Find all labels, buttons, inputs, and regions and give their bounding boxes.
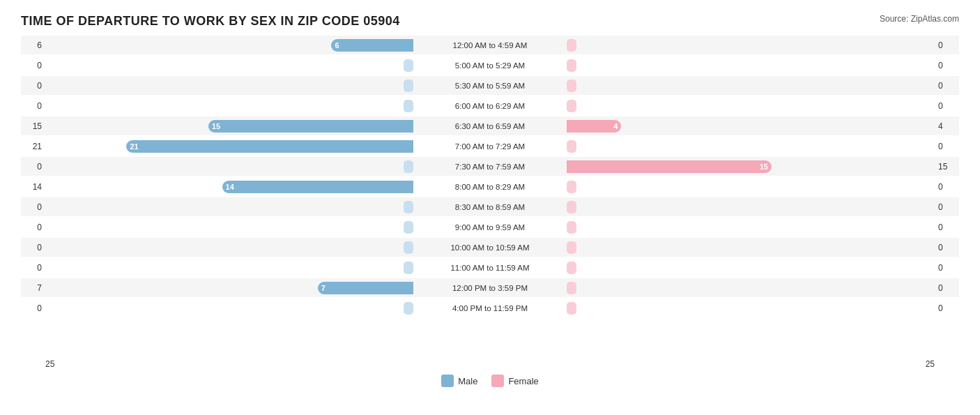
female-side xyxy=(567,280,935,296)
female-bar-zero xyxy=(567,302,576,315)
bars-wrapper: 10:00 AM to 10:59 AM xyxy=(45,240,935,255)
time-label: 7:00 AM to 7:29 AM xyxy=(413,142,567,151)
female-value-label: 0 xyxy=(935,243,959,252)
female-side xyxy=(567,179,935,195)
bar-value-text: 15 xyxy=(760,163,768,171)
male-side: 14 xyxy=(45,179,413,195)
bars-section: 10:00 AM to 10:59 AM xyxy=(45,238,935,257)
bar-value-text: 7 xyxy=(321,284,326,292)
chart-row: 04:00 PM to 11:59 PM0 xyxy=(21,299,959,317)
female-value-label: 4 xyxy=(935,121,959,131)
bars-wrapper: 11:00 AM to 11:59 AM xyxy=(45,260,935,276)
bars-wrapper: 712:00 PM to 3:59 PM xyxy=(45,280,935,296)
source-text: Source: ZipAtlas.com xyxy=(880,14,959,24)
male-value-label: 0 xyxy=(21,162,45,172)
time-label: 10:00 AM to 10:59 AM xyxy=(413,243,567,252)
female-side xyxy=(567,240,935,255)
male-bar: 15 xyxy=(208,120,413,133)
bars-wrapper: 612:00 AM to 4:59 AM xyxy=(45,38,935,53)
male-value-label: 0 xyxy=(21,61,45,70)
male-side: 21 xyxy=(45,139,413,154)
bar-value-text: 14 xyxy=(226,183,234,191)
female-bar-zero xyxy=(567,39,576,52)
male-value-label: 0 xyxy=(21,222,45,232)
female-side xyxy=(567,199,935,215)
male-swatch xyxy=(441,375,454,387)
legend-row: Male Female xyxy=(21,375,959,387)
female-value-label: 0 xyxy=(935,40,959,50)
bar-value-text: 4 xyxy=(613,122,618,130)
female-value-label: 0 xyxy=(935,182,959,192)
chart-title: TIME OF DEPARTURE TO WORK BY SEX IN ZIP … xyxy=(21,14,400,29)
male-bar-zero xyxy=(404,241,413,254)
male-value-label: 21 xyxy=(21,142,45,151)
male-side xyxy=(45,301,413,316)
male-value-label: 0 xyxy=(21,303,45,313)
female-bar-zero xyxy=(567,181,576,193)
female-side xyxy=(567,220,935,235)
bars-wrapper: 5:30 AM to 5:59 AM xyxy=(45,78,935,93)
bars-wrapper: 4:00 PM to 11:59 PM xyxy=(45,301,935,316)
male-value-label: 14 xyxy=(21,182,45,192)
bars-section: 5:30 AM to 5:59 AM xyxy=(45,76,935,95)
male-value-label: 7 xyxy=(21,283,45,293)
female-side xyxy=(567,301,935,316)
bars-section: 6:00 AM to 6:29 AM xyxy=(45,96,935,115)
bar-value-text: 15 xyxy=(212,122,220,130)
bottom-axis: 25 25 xyxy=(21,359,959,369)
chart-row: 011:00 AM to 11:59 AM0 xyxy=(21,258,959,277)
chart-row: 07:30 AM to 7:59 AM1515 xyxy=(21,157,959,176)
chart-row: 09:00 AM to 9:59 AM0 xyxy=(21,218,959,236)
bars-section: 8:30 AM to 8:59 AM xyxy=(45,197,935,216)
male-side: 6 xyxy=(45,38,413,53)
time-label: 4:00 PM to 11:59 PM xyxy=(413,304,567,312)
female-value-label: 0 xyxy=(935,202,959,212)
female-bar-zero xyxy=(567,262,576,274)
male-side xyxy=(45,240,413,255)
male-value-label: 0 xyxy=(21,243,45,252)
chart-row: 7712:00 PM to 3:59 PM0 xyxy=(21,278,959,297)
male-bar: 7 xyxy=(318,282,413,294)
bars-section: 7:30 AM to 7:59 AM15 xyxy=(45,157,935,176)
female-value-label: 0 xyxy=(935,263,959,273)
female-value-label: 0 xyxy=(935,222,959,232)
female-bar-zero xyxy=(567,282,576,294)
time-label: 7:30 AM to 7:59 AM xyxy=(413,163,567,171)
female-bar: 15 xyxy=(567,160,772,173)
female-bar-zero xyxy=(567,221,576,234)
male-side xyxy=(45,78,413,93)
bars-section: 9:00 AM to 9:59 AM xyxy=(45,218,935,236)
male-bar: 6 xyxy=(331,39,413,52)
male-value-label: 6 xyxy=(21,40,45,50)
female-bar-zero xyxy=(567,100,576,112)
chart-row: 08:30 AM to 8:59 AM0 xyxy=(21,197,959,216)
male-bar-zero xyxy=(404,262,413,274)
bars-section: 148:00 AM to 8:29 AM xyxy=(45,177,935,196)
bars-section: 11:00 AM to 11:59 AM xyxy=(45,258,935,277)
male-bar-zero xyxy=(404,201,413,213)
male-bar-zero xyxy=(404,160,413,173)
male-side: 15 xyxy=(45,119,413,134)
female-value-label: 0 xyxy=(935,142,959,151)
male-side xyxy=(45,220,413,235)
chart-row: 15156:30 AM to 6:59 AM44 xyxy=(21,116,959,135)
bar-value-text: 21 xyxy=(130,142,138,151)
female-value-label: 0 xyxy=(935,61,959,70)
male-side: 7 xyxy=(45,280,413,296)
female-side xyxy=(567,58,935,73)
female-value-label: 0 xyxy=(935,101,959,111)
female-label: Female xyxy=(508,376,538,386)
bars-wrapper: 5:00 AM to 5:29 AM xyxy=(45,58,935,73)
female-bar: 4 xyxy=(567,120,621,133)
female-bar-zero xyxy=(567,140,576,153)
male-side xyxy=(45,199,413,215)
time-label: 6:00 AM to 6:29 AM xyxy=(413,102,567,110)
bars-wrapper: 217:00 AM to 7:29 AM xyxy=(45,139,935,154)
time-label: 8:30 AM to 8:59 AM xyxy=(413,203,567,211)
axis-left: 25 xyxy=(45,359,54,369)
time-label: 8:00 AM to 8:29 AM xyxy=(413,183,567,191)
chart-row: 05:30 AM to 5:59 AM0 xyxy=(21,76,959,95)
male-bar-zero xyxy=(404,80,413,92)
female-value-label: 15 xyxy=(935,162,959,172)
male-label: Male xyxy=(458,376,477,386)
